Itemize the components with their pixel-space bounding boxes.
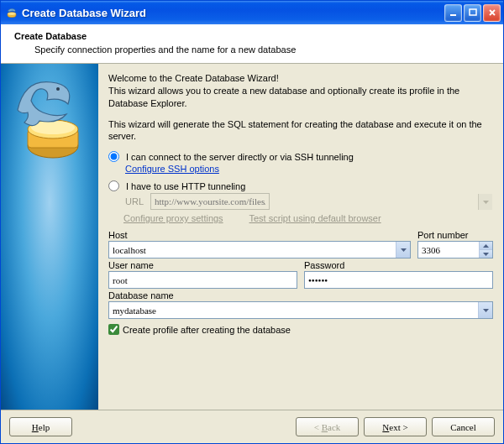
titlebar[interactable]: Create Database Wizard [1,1,503,24]
side-artwork [1,64,98,410]
main-area: Welcome to the Create Database Wizard! T… [1,64,503,410]
dolphin-database-icon [9,72,90,165]
page-title: Create Database [14,31,490,41]
radio-http-label: I have to use HTTP tunneling [126,181,245,191]
window-title: Create Database Wizard [22,7,444,19]
dbname-input[interactable] [108,301,493,319]
content-panel: Welcome to the Create Database Wizard! T… [98,64,503,410]
next-button[interactable]: Next > [364,417,427,436]
create-profile-checkbox[interactable] [108,324,119,335]
username-input[interactable] [108,271,297,289]
configure-proxy-link: Configure proxy settings [123,213,223,223]
create-profile-label: Create profile after creating the databa… [123,325,291,335]
port-spin-down[interactable] [479,250,492,258]
url-label: URL [125,196,145,206]
close-button[interactable] [483,4,501,22]
svg-rect-3 [470,9,476,15]
dbname-label: Database name [108,290,493,300]
intro-text-2: This wizard will generate the SQL statem… [108,118,493,144]
radio-http-row[interactable]: I have to use HTTP tunneling [108,180,493,191]
minimize-button[interactable] [444,4,462,22]
connection-form: Host Port number [108,230,493,319]
help-button[interactable]: Help [9,417,72,436]
host-dropdown-button[interactable] [396,242,410,258]
host-label: Host [108,230,411,240]
app-icon [5,6,18,19]
host-input[interactable] [108,241,411,259]
create-profile-row[interactable]: Create profile after creating the databa… [108,324,493,335]
maximize-button[interactable] [464,4,481,22]
radio-direct-label: I can connect to the server directly or … [126,152,354,162]
back-button: < Back [296,417,359,436]
port-spin-up[interactable] [479,242,492,250]
footer: Help < Back Next > Cancel [1,410,503,443]
configure-ssh-link[interactable]: Configure SSH options [125,164,219,174]
radio-direct-row[interactable]: I can connect to the server directly or … [108,151,493,162]
svg-rect-2 [450,14,456,16]
radio-http[interactable] [108,180,119,191]
radio-direct[interactable] [108,151,119,162]
url-dropdown-button [478,194,492,210]
username-label: User name [108,260,297,270]
cancel-button[interactable]: Cancel [432,417,495,436]
header-panel: Create Database Specify connection prope… [1,24,503,64]
wizard-window: Create Database Wizard Create Database S… [0,0,504,444]
url-input [150,193,270,210]
port-label: Port number [417,230,493,240]
intro-text-1: Welcome to the Create Database Wizard! T… [108,72,493,110]
password-label: Password [304,260,493,270]
svg-point-8 [56,87,60,91]
svg-point-1 [8,13,16,16]
test-script-link: Test script using default browser [249,213,381,223]
password-input[interactable] [304,271,493,289]
page-subtitle: Specify connection properties and the na… [34,44,490,55]
dbname-dropdown-button[interactable] [478,302,492,318]
